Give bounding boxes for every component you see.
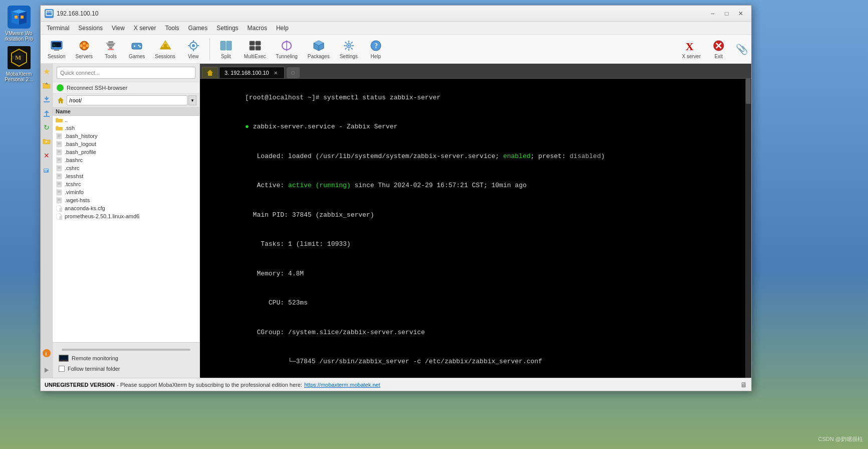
file-item-name: .bashrc	[65, 157, 83, 163]
arrow-right-icon[interactable]	[42, 366, 51, 375]
file-item-name: prometheus-2.50.1.linux-amd6	[65, 213, 139, 219]
menu-macros[interactable]: Macros	[244, 23, 271, 33]
list-item[interactable]: .ssh	[53, 124, 199, 132]
path-dropdown[interactable]: ▼	[188, 95, 196, 105]
svg-rect-49	[256, 41, 261, 45]
menu-games[interactable]: Games	[184, 23, 212, 33]
minimize-button[interactable]: –	[706, 8, 719, 19]
svg-marker-54	[285, 49, 288, 51]
fb-home-button[interactable]	[56, 95, 66, 105]
star-nav-icon[interactable]: ★	[42, 67, 51, 76]
toolbar-tunneling[interactable]: Tunneling	[272, 37, 302, 61]
terminal-scrollbar-thumb[interactable]	[746, 79, 751, 104]
terminal-text: Active:	[245, 182, 288, 189]
svg-text:M: M	[15, 54, 21, 61]
list-item[interactable]: ..	[53, 116, 199, 124]
toolbar-session[interactable]: >_ Session	[44, 37, 70, 61]
path-input[interactable]	[67, 95, 187, 105]
toolbar-servers[interactable]: Servers	[72, 37, 97, 61]
svg-rect-48	[250, 41, 255, 45]
title-bar: 192.168.100.10 – □ ✕	[41, 6, 751, 22]
toolbar-view[interactable]: View	[181, 37, 205, 61]
menu-settings[interactable]: Settings	[212, 23, 242, 33]
terminal-text: CGroup: /system.slice/zabbix-server.serv…	[245, 329, 425, 336]
close-button[interactable]: ✕	[734, 8, 747, 19]
list-item[interactable]: .bashrc	[53, 156, 199, 164]
list-item[interactable]: .lesshst	[53, 172, 199, 180]
toolbar-x-server[interactable]: X X server	[678, 37, 705, 61]
follow-terminal-folder[interactable]: Follow terminal folder	[57, 364, 195, 374]
tab-home[interactable]	[202, 67, 218, 78]
toolbar-packages[interactable]: Packages	[304, 37, 334, 61]
desktop-icon-mobaxterm[interactable]: >_ M MobaXterm Personal 2...	[2, 46, 37, 82]
folder-icon	[56, 124, 63, 131]
menu-help[interactable]: Help	[272, 23, 293, 33]
list-item[interactable]: .bash_history	[53, 132, 199, 140]
toolbar-sessions[interactable]: Sessions	[151, 37, 179, 61]
list-item[interactable]: .cshrc	[53, 164, 199, 172]
list-item[interactable]: .wget-hsts	[53, 196, 199, 204]
terminal-text: └─37845 /usr/sbin/zabbix_server -c /etc/…	[245, 358, 542, 365]
toolbar-exit[interactable]: Exit	[707, 37, 731, 61]
list-item[interactable]: .tcshrc	[53, 180, 199, 188]
maximize-button[interactable]: □	[720, 8, 733, 19]
toolbar-multiexec[interactable]: MultiExec	[240, 37, 270, 61]
reconnect-label: Reconnect SSH-browser	[67, 85, 127, 91]
list-item[interactable]: .bash_profile	[53, 148, 199, 156]
terminal-text: Loaded: loaded (/usr/lib/systemd/system/…	[245, 153, 503, 160]
status-link[interactable]: https://mobaxterm.mobatek.net	[304, 382, 380, 388]
file-item-name: .wget-hsts	[65, 197, 90, 203]
help-label: Help	[371, 54, 381, 59]
tab-session[interactable]: 3. 192.168.100.10 ✕	[219, 67, 285, 78]
terminal-text: CPU: 523ms	[245, 299, 308, 307]
upload-icon[interactable]	[42, 109, 51, 118]
terminal-line: CPU: 523ms	[206, 288, 745, 318]
svg-point-25	[83, 45, 85, 47]
file-icon	[56, 148, 63, 156]
follow-folder-checkbox[interactable]	[59, 366, 65, 372]
vmware-label: VMware Wo rkstation Pro	[2, 31, 37, 42]
list-item[interactable]: anaconda-ks.cfg	[53, 204, 199, 212]
terminal-line: ● zabbix-server.service - Zabbix Server	[206, 112, 745, 142]
info-icon[interactable]: i	[42, 349, 51, 358]
toolbar-split[interactable]: Split	[214, 37, 238, 61]
folder-up-icon[interactable]	[42, 81, 51, 90]
remote-monitoring[interactable]: Remote monitoring	[57, 353, 195, 364]
desktop-icon-vmware[interactable]: VMware Wo rkstation Pro	[2, 5, 37, 42]
quick-connect-input[interactable]	[57, 67, 195, 79]
menu-view[interactable]: View	[108, 23, 129, 33]
refresh-icon[interactable]: ↻	[42, 123, 51, 132]
menu-tools[interactable]: Tools	[161, 23, 183, 33]
toolbar-help[interactable]: ? Help	[364, 37, 388, 61]
attachment-icon[interactable]: 📎	[736, 43, 748, 55]
tab-close-button[interactable]: ✕	[272, 69, 279, 76]
svg-rect-4	[15, 16, 18, 19]
delete-icon[interactable]: ✕	[42, 151, 51, 160]
download-icon[interactable]	[42, 95, 51, 104]
list-item[interactable]: prometheus-2.50.1.linux-amd6	[53, 212, 199, 220]
svg-rect-5	[21, 16, 24, 19]
menu-sessions[interactable]: Sessions	[74, 23, 107, 33]
toolbar-games[interactable]: Games	[125, 37, 149, 61]
menu-xserver[interactable]: X server	[130, 23, 160, 33]
rename-icon[interactable]	[42, 165, 51, 174]
list-item[interactable]: .bash_logout	[53, 140, 199, 148]
terminal-text: disabled	[570, 153, 601, 160]
terminal-output[interactable]: [root@localhost ~]# systemctl status zab…	[200, 79, 751, 378]
vmware-icon	[7, 5, 31, 29]
main-window: 192.168.100.10 – □ ✕ Terminal Sessions V…	[40, 5, 752, 391]
svg-rect-50	[250, 46, 255, 50]
tab-bar: 3. 192.168.100.10 ✕ ○	[200, 64, 751, 79]
terminal-scrollbar[interactable]	[745, 79, 751, 378]
file-item-name: anaconda-ks.cfg	[65, 205, 105, 211]
packages-icon	[312, 39, 326, 53]
view-label: View	[188, 54, 199, 59]
toolbar-settings[interactable]: Settings	[336, 37, 362, 61]
menu-terminal[interactable]: Terminal	[43, 23, 73, 33]
games-icon	[130, 39, 144, 53]
toolbar-tools[interactable]: Tools	[99, 37, 123, 61]
reconnect-button[interactable]: Reconnect SSH-browser	[53, 82, 199, 94]
list-item[interactable]: .viminfo	[53, 188, 199, 196]
new-tab-button[interactable]: ○	[287, 67, 300, 78]
new-folder-icon[interactable]: +	[42, 137, 51, 146]
